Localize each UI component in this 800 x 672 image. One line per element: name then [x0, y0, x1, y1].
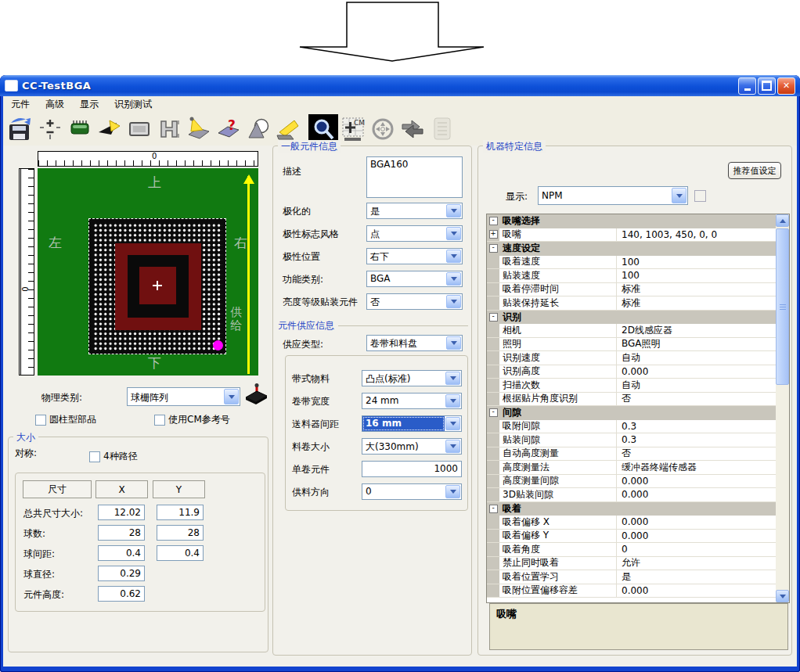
supply-field-select[interactable]: 16 mm	[362, 415, 462, 432]
cm-reference-checkbox[interactable]: 使用CM参考号	[154, 413, 230, 426]
grid-row-value[interactable]: 0	[616, 543, 776, 556]
chevron-down-icon[interactable]	[446, 204, 461, 217]
size-input-x[interactable]: 12.02	[98, 505, 145, 520]
grid-item-row[interactable]: 根据贴片角度识别否	[487, 393, 776, 407]
menu-item[interactable]: 元件	[3, 96, 38, 113]
supply-field-select[interactable]: 0	[362, 483, 462, 500]
grid-item-row[interactable]: 贴装速度100	[487, 269, 776, 283]
cylindrical-checkbox[interactable]: 圆柱型部品	[35, 413, 96, 426]
minimize-button[interactable]	[738, 77, 756, 95]
grid-category-row[interactable]: -吸着	[487, 502, 776, 516]
grid-item-row[interactable]: 扫描次数自动	[487, 379, 776, 393]
size-input-x[interactable]: 0.29	[98, 566, 145, 581]
supply-type-select[interactable]: 卷带和料盘	[366, 335, 463, 351]
collapse-icon[interactable]: -	[489, 408, 498, 417]
size-input-y[interactable]: 11.9	[157, 505, 204, 520]
body-outline-icon[interactable]	[124, 114, 154, 144]
scrollbar-thumb[interactable]	[776, 228, 789, 385]
grid-row-value[interactable]: 0.000	[616, 584, 776, 598]
grid-row-value[interactable]: BGA照明	[616, 338, 776, 351]
chevron-down-icon[interactable]	[446, 336, 461, 350]
component-icon[interactable]	[65, 114, 95, 144]
expand-icon[interactable]: +	[489, 230, 498, 239]
grid-row-value[interactable]: 100	[616, 269, 776, 282]
four-paths-checkbox[interactable]: 4种路径	[89, 450, 138, 463]
grid-item-row[interactable]: 吸附间隙0.3	[487, 420, 776, 434]
grid-category-row[interactable]: -识别	[487, 311, 776, 325]
grid-category-row[interactable]: -吸嘴选择	[487, 214, 776, 228]
grid-item-row[interactable]: 高度测量法缓冲器终端传感器	[487, 461, 776, 475]
grid-row-value[interactable]: 允许	[616, 557, 776, 570]
recommended-values-button[interactable]: 推荐值设定	[728, 162, 781, 179]
grid-row-value[interactable]: 0.3	[616, 433, 776, 447]
collapse-icon[interactable]: -	[489, 217, 498, 225]
size-input-x[interactable]: 0.62	[98, 586, 145, 602]
grid-row-value[interactable]: 缓冲器终端传感器	[616, 461, 776, 474]
size-input-y[interactable]: 0.4	[157, 545, 204, 561]
vision-check-icon[interactable]: ?	[214, 114, 243, 144]
grid-item-row[interactable]: 自动高度测量否	[487, 447, 776, 462]
save-icon[interactable]	[5, 114, 35, 144]
grid-row-value[interactable]: 自动	[616, 351, 776, 365]
chevron-down-icon[interactable]	[445, 372, 460, 385]
cm-grid-icon[interactable]: CM	[338, 114, 368, 144]
chevron-down-icon[interactable]	[445, 394, 460, 408]
size-header-dimension[interactable]: 尺寸	[23, 480, 92, 498]
grid-item-row[interactable]: 识别高度0.000	[487, 365, 776, 379]
origin-align-icon[interactable]	[35, 114, 65, 144]
size-header-y[interactable]: Y	[153, 480, 205, 498]
title-bar[interactable]: CC-TestBGA ✕	[0, 75, 800, 96]
grid-row-value[interactable]: 0.000	[616, 516, 776, 529]
size-header-x[interactable]: X	[95, 480, 148, 498]
size-input-y[interactable]: 28	[157, 525, 204, 541]
maximize-button[interactable]	[758, 77, 776, 95]
description-input[interactable]: BGA160	[366, 156, 463, 198]
grid-item-row[interactable]: 吸着位置学习是	[487, 570, 776, 584]
grid-item-row[interactable]: 照明BGA照明	[487, 338, 776, 352]
chevron-down-icon[interactable]	[445, 417, 460, 430]
collapse-icon[interactable]: -	[489, 505, 498, 513]
supply-field-input[interactable]: 1000	[362, 461, 462, 477]
chevron-down-icon[interactable]	[446, 227, 461, 240]
grid-item-row[interactable]: 识别速度自动	[487, 351, 776, 365]
grid-category-row[interactable]: -速度设定	[487, 242, 776, 256]
vision-teach-icon[interactable]	[184, 114, 214, 144]
chevron-down-icon[interactable]	[445, 440, 460, 453]
grid-row-value[interactable]: 标准	[616, 296, 776, 310]
grid-item-row[interactable]: 贴装保持延长标准	[487, 296, 776, 311]
grid-item-row[interactable]: 贴装间隙0.3	[487, 433, 776, 447]
grid-category-row[interactable]: -间隙	[487, 406, 776, 420]
grid-item-row[interactable]: 吸着偏移 Y0.000	[487, 530, 776, 544]
chevron-down-icon[interactable]	[445, 485, 460, 498]
menu-item[interactable]: 显示	[72, 96, 106, 113]
grid-item-row[interactable]: 高度测量间隙0.000	[487, 475, 776, 489]
grid-row-value[interactable]: 100	[616, 256, 776, 269]
grid-row-value[interactable]: 0.000	[616, 488, 776, 501]
general-field-select[interactable]: 点	[366, 225, 463, 242]
component-viewport[interactable]: 上 左 右 下 供给	[38, 168, 258, 376]
swap-icon[interactable]	[398, 114, 427, 144]
grid-row-value[interactable]: 否	[616, 393, 776, 406]
grid-item-row[interactable]: 吸着偏移 X0.000	[487, 516, 776, 530]
chevron-down-icon[interactable]	[446, 272, 461, 286]
outline-shape-icon[interactable]	[154, 114, 184, 144]
collapse-icon[interactable]: -	[489, 244, 498, 253]
menu-item[interactable]: 识别测试	[106, 96, 160, 113]
grid-item-row[interactable]: 3D贴装间隙0.000	[487, 488, 776, 502]
checkbox-box[interactable]	[89, 451, 100, 462]
shape-edit-icon[interactable]	[243, 114, 273, 144]
scroll-down-icon[interactable]	[776, 590, 789, 602]
grid-row-value[interactable]: 是	[616, 570, 776, 584]
scroll-up-icon[interactable]	[776, 214, 789, 227]
supply-field-select[interactable]: 大(330mm)	[362, 438, 462, 455]
supply-field-select[interactable]: 凸点(标准)	[362, 370, 462, 386]
grid-row-value[interactable]: 0.000	[616, 365, 776, 379]
grid-row-value[interactable]: 标准	[616, 283, 776, 296]
grid-row-value[interactable]: 2D线感应器	[616, 324, 776, 337]
chevron-down-icon[interactable]	[224, 389, 239, 404]
grid-row-value[interactable]: 否	[616, 447, 776, 461]
chevron-down-icon[interactable]	[446, 295, 461, 308]
collapse-icon[interactable]: -	[489, 313, 498, 322]
grid-row-value[interactable]: 0.000	[616, 475, 776, 488]
display-checkbox[interactable]	[694, 190, 706, 202]
